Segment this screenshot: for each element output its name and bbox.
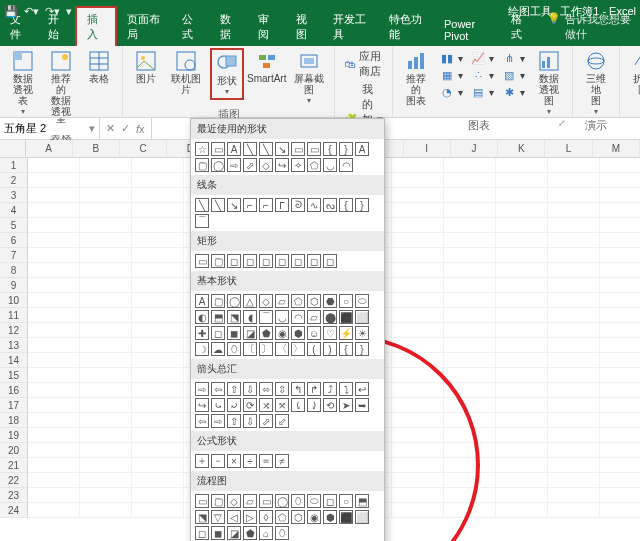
shapes-button[interactable]: 形状 ▾: [210, 48, 244, 100]
cell[interactable]: [132, 203, 184, 217]
online-picture-button[interactable]: 联机图片: [167, 48, 206, 97]
cell[interactable]: [28, 443, 80, 457]
cell[interactable]: [496, 353, 548, 367]
screenshot-button[interactable]: 屏幕截图 ▾: [290, 48, 329, 107]
shape-option[interactable]: ◡: [275, 310, 289, 324]
tab-powerpivot[interactable]: Power Pivot: [434, 14, 501, 46]
row-header[interactable]: 2: [0, 173, 28, 188]
cell[interactable]: [80, 473, 132, 487]
cell[interactable]: [28, 248, 80, 262]
shape-option[interactable]: ⇦: [195, 414, 209, 428]
cell[interactable]: [496, 443, 548, 457]
shape-option[interactable]: ): [323, 342, 337, 356]
shape-option[interactable]: ☀: [355, 326, 369, 340]
3d-map-button[interactable]: 三维地 图 ▾: [579, 48, 613, 118]
row-header[interactable]: 15: [0, 368, 28, 383]
cell[interactable]: [600, 248, 640, 262]
cell[interactable]: [132, 308, 184, 322]
cell[interactable]: [392, 293, 444, 307]
cell[interactable]: [444, 323, 496, 337]
cell[interactable]: [28, 458, 80, 472]
cancel-icon[interactable]: ✕: [106, 122, 115, 135]
shape-option[interactable]: ◻: [323, 494, 337, 508]
shape-option[interactable]: ◯: [275, 494, 289, 508]
shape-option[interactable]: }: [339, 142, 353, 156]
recommended-charts-button[interactable]: 推荐的 图表: [399, 48, 433, 108]
cell[interactable]: [80, 383, 132, 397]
row-header[interactable]: 5: [0, 218, 28, 233]
shape-option[interactable]: ▱: [275, 294, 289, 308]
pivot-table-button[interactable]: 数据 透视表 ▾: [6, 48, 40, 118]
cell[interactable]: [548, 443, 600, 457]
column-header[interactable]: C: [120, 140, 167, 157]
shape-option[interactable]: ⬯: [227, 342, 241, 356]
shape-option[interactable]: ☁: [211, 342, 225, 356]
cell[interactable]: [132, 293, 184, 307]
cell[interactable]: [444, 173, 496, 187]
cell[interactable]: [28, 488, 80, 502]
shape-option[interactable]: ✧: [291, 158, 305, 172]
shape-option[interactable]: ◇: [259, 158, 273, 172]
shape-option[interactable]: ☽: [195, 342, 209, 356]
cell[interactable]: [444, 293, 496, 307]
chart-type-stock-button[interactable]: ⋔▾: [499, 50, 528, 66]
fx-icon[interactable]: fx: [136, 123, 145, 135]
smartart-button[interactable]: SmartArt: [248, 48, 286, 86]
shape-option[interactable]: 〈: [275, 342, 289, 356]
shape-option[interactable]: ○: [339, 294, 353, 308]
shape-option[interactable]: {: [339, 198, 353, 212]
shape-option[interactable]: ◖: [243, 310, 257, 324]
cell[interactable]: [80, 488, 132, 502]
shape-option[interactable]: ᒥ: [275, 198, 289, 212]
shape-option[interactable]: ⬡: [291, 510, 305, 524]
cell[interactable]: [80, 203, 132, 217]
shape-option[interactable]: ⬄: [259, 382, 273, 396]
cell[interactable]: [600, 173, 640, 187]
cell[interactable]: [548, 173, 600, 187]
cell[interactable]: [132, 413, 184, 427]
shape-option[interactable]: ⇩: [243, 382, 257, 396]
chart-type-column-button[interactable]: ▮▮▾: [437, 50, 466, 66]
shape-option[interactable]: ◠: [339, 158, 353, 172]
shape-option[interactable]: ↪: [195, 398, 209, 412]
shape-option[interactable]: ◻: [211, 326, 225, 340]
chart-type-radar-button[interactable]: ✱▾: [499, 84, 528, 100]
cell[interactable]: [28, 218, 80, 232]
cell[interactable]: [28, 323, 80, 337]
shape-option[interactable]: ↘: [227, 198, 241, 212]
cell[interactable]: [600, 458, 640, 472]
cell[interactable]: [600, 413, 640, 427]
cell[interactable]: [496, 173, 548, 187]
cell[interactable]: [392, 263, 444, 277]
shape-option[interactable]: ◡: [323, 158, 337, 172]
shape-option[interactable]: }: [355, 342, 369, 356]
column-header[interactable]: B: [73, 140, 120, 157]
shape-option[interactable]: ⬒: [211, 310, 225, 324]
cell[interactable]: [496, 233, 548, 247]
shape-option[interactable]: ▱: [243, 494, 257, 508]
cell[interactable]: [392, 308, 444, 322]
shape-option[interactable]: 〕: [259, 342, 273, 356]
cell[interactable]: [548, 428, 600, 442]
chart-type-bar-button[interactable]: ▤▾: [468, 84, 497, 100]
shape-option[interactable]: ⬜: [355, 510, 369, 524]
cell[interactable]: [28, 203, 80, 217]
shape-option[interactable]: ⬠: [291, 294, 305, 308]
shape-option[interactable]: ▢: [211, 254, 225, 268]
shape-option[interactable]: ＝: [259, 454, 273, 468]
shape-option[interactable]: ▢: [211, 294, 225, 308]
cell[interactable]: [496, 368, 548, 382]
row-header[interactable]: 12: [0, 323, 28, 338]
shape-option[interactable]: ⬢: [323, 510, 337, 524]
shape-option[interactable]: ◯: [227, 294, 241, 308]
cell[interactable]: [392, 278, 444, 292]
cell[interactable]: [444, 218, 496, 232]
shape-option[interactable]: ↱: [307, 382, 321, 396]
cell[interactable]: [392, 203, 444, 217]
cell[interactable]: [600, 308, 640, 322]
cell[interactable]: [548, 473, 600, 487]
tab-data[interactable]: 数据: [210, 8, 248, 46]
cell[interactable]: [444, 308, 496, 322]
cell[interactable]: [496, 278, 548, 292]
cell[interactable]: [548, 338, 600, 352]
